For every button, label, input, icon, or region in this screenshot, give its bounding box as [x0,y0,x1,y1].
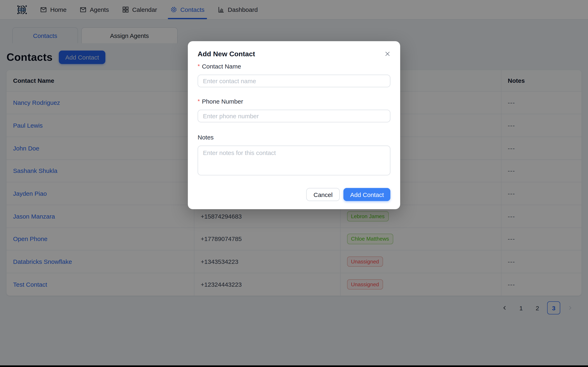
contact-name-label: Contact Name [198,63,390,70]
notes-textarea[interactable] [198,146,390,175]
notes-label: Notes [198,134,390,141]
app-root: Home Agents Calendar [0,0,588,367]
modal-title: Add New Contact [198,49,390,59]
modal-add-contact-button[interactable]: Add Contact [344,188,390,201]
add-contact-modal: Add New Contact Contact Name Phone Numbe… [188,41,400,209]
phone-number-label: Phone Number [198,98,390,105]
phone-number-input[interactable] [198,110,390,122]
field-label-text: Notes [198,134,214,141]
screen-bottom-edge [0,365,588,367]
field-label-text: Phone Number [202,98,243,105]
field-label-text: Contact Name [202,63,241,70]
modal-footer: Cancel Add Contact [198,188,390,201]
cancel-button[interactable]: Cancel [306,188,340,201]
close-icon[interactable] [383,50,392,58]
contact-name-input[interactable] [198,75,390,87]
